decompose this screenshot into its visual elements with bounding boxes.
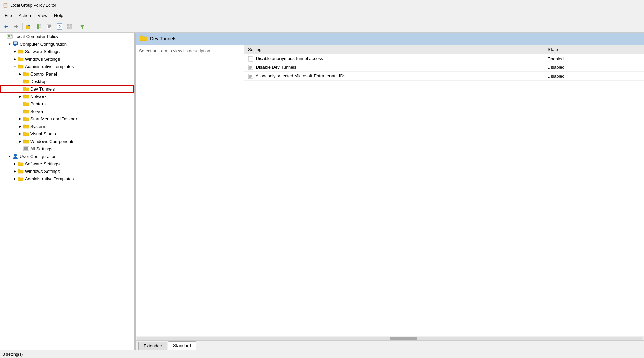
- root-expand[interactable]: [1, 34, 7, 39]
- right-pane-title: Dev Tunnels: [150, 36, 176, 42]
- list-icon-as: [23, 146, 29, 151]
- tree-admin-templates-uc[interactable]: ▶ Administrative Templates: [0, 175, 134, 182]
- tree-software-settings-uc[interactable]: ▶ Software Settings: [0, 160, 134, 167]
- main-layout: Local Computer Policy ▼ Computer Configu…: [0, 33, 644, 350]
- svg-rect-47: [23, 110, 26, 111]
- sys-expand[interactable]: ▶: [18, 124, 23, 129]
- table-row[interactable]: Disable Dev Tunnels Disabled: [244, 63, 644, 72]
- table-row[interactable]: Disable anonymous tunnel access Enabled: [244, 54, 644, 63]
- svg-rect-50: [23, 125, 29, 128]
- svg-rect-53: [23, 132, 26, 133]
- folder-up-button[interactable]: [24, 22, 34, 31]
- setting-name-3: Allow only selected Microsoft Entra tena…: [244, 72, 544, 81]
- right-pane: Dev Tunnels Select an item to view its d…: [136, 33, 644, 350]
- at-uc-expand[interactable]: ▶: [12, 176, 18, 181]
- sm-expand[interactable]: ▶: [18, 116, 23, 121]
- folder-icon-sm: [23, 116, 29, 121]
- tree-windows-components[interactable]: ▶ Windows Components: [0, 137, 134, 145]
- table-row[interactable]: Allow only selected Microsoft Entra tena…: [244, 72, 644, 81]
- tree-network[interactable]: ▶ Network: [0, 93, 134, 100]
- table-header-row: Setting State: [244, 45, 644, 54]
- tab-extended[interactable]: Extended: [138, 342, 167, 350]
- horizontal-scrollbar[interactable]: [136, 336, 644, 340]
- computer-config-expand[interactable]: ▼: [7, 41, 12, 47]
- tree-dev-tunnels[interactable]: Dev Tunnels: [0, 85, 134, 93]
- svg-rect-23: [11, 35, 12, 36]
- svg-rect-51: [23, 125, 26, 126]
- folder-icon-sys: [23, 124, 29, 129]
- ws-cc-expand[interactable]: ▶: [12, 56, 18, 62]
- folder-icon-at-uc: [18, 176, 24, 181]
- tree-all-settings[interactable]: All Settings: [0, 145, 134, 152]
- view-mode-button[interactable]: [65, 22, 74, 31]
- svg-rect-5: [26, 25, 28, 26]
- svg-rect-67: [140, 37, 147, 41]
- svg-rect-62: [18, 162, 20, 163]
- tab-standard[interactable]: Standard: [168, 341, 196, 350]
- cp-label: Control Panel: [30, 71, 57, 77]
- tree-computer-config[interactable]: ▼ Computer Configuration: [0, 40, 134, 48]
- tree-printers[interactable]: Printers: [0, 100, 134, 108]
- uc-label: User Configuration: [20, 154, 56, 159]
- svg-rect-8: [39, 24, 41, 26]
- net-expand[interactable]: ▶: [18, 94, 23, 99]
- at-cc-expand[interactable]: ▼: [12, 64, 18, 69]
- right-content: Select an item to view its description. …: [136, 45, 644, 336]
- export-button[interactable]: [45, 22, 54, 31]
- uc-expand[interactable]: ▼: [7, 153, 12, 159]
- svg-rect-42: [23, 95, 29, 98]
- tree-software-settings-cc[interactable]: ▶ Software Settings: [0, 48, 134, 55]
- forward-button[interactable]: [12, 22, 21, 31]
- ss-cc-expand[interactable]: ▶: [12, 49, 18, 54]
- settings-pane[interactable]: Setting State: [244, 45, 644, 336]
- tree-control-panel[interactable]: ▶ Control Panel: [0, 70, 134, 78]
- column-state[interactable]: State: [544, 45, 644, 54]
- back-button[interactable]: [1, 22, 11, 31]
- scrollbar-track[interactable]: [137, 337, 643, 340]
- tree-admin-templates-cc[interactable]: ▼ Administrative Templates: [0, 63, 134, 70]
- svg-rect-38: [23, 80, 29, 83]
- svg-rect-30: [18, 50, 23, 53]
- tree-windows-settings-cc[interactable]: ▶ Windows Settings: [0, 55, 134, 63]
- tree-desktop[interactable]: Desktop: [0, 78, 134, 85]
- computer-config-icon: [12, 41, 18, 47]
- show-hide-tree-button[interactable]: [34, 22, 44, 31]
- folder-icon-ws-uc: [18, 169, 24, 174]
- tree-pane[interactable]: Local Computer Policy ▼ Computer Configu…: [0, 33, 134, 350]
- menu-view[interactable]: View: [34, 12, 51, 19]
- tree-windows-settings-uc[interactable]: ▶ Windows Settings: [0, 167, 134, 175]
- ss-uc-expand[interactable]: ▶: [12, 161, 18, 166]
- wc-expand[interactable]: ▶: [18, 139, 23, 144]
- menu-file[interactable]: File: [1, 12, 15, 19]
- svg-rect-64: [18, 169, 20, 170]
- ws-uc-expand[interactable]: ▶: [12, 168, 18, 174]
- filter-button[interactable]: [78, 22, 87, 31]
- svg-rect-34: [18, 65, 23, 68]
- svg-rect-17: [70, 24, 72, 26]
- svg-rect-24: [11, 36, 12, 36]
- folder-icon-net: [23, 94, 29, 99]
- svg-rect-7: [37, 24, 39, 29]
- toolbar-sep-2: [76, 23, 76, 30]
- as-label: All Settings: [30, 146, 52, 151]
- tree-system[interactable]: ▶ System: [0, 123, 134, 130]
- tree-user-config[interactable]: ▼ User Configuration: [0, 152, 134, 160]
- vs-expand[interactable]: ▶: [18, 131, 23, 136]
- svg-rect-41: [23, 87, 26, 88]
- cp-expand[interactable]: ▶: [18, 71, 23, 77]
- tree-visual-studio[interactable]: ▶ Visual Studio: [0, 130, 134, 137]
- help-book-button[interactable]: ?: [55, 22, 64, 31]
- tree-root[interactable]: Local Computer Policy: [0, 33, 134, 40]
- tree-server[interactable]: Server: [0, 108, 134, 115]
- svg-rect-4: [26, 26, 30, 29]
- printers-label: Printers: [30, 101, 46, 107]
- tree-start-menu[interactable]: ▶ Start Menu and Taskbar: [0, 115, 134, 123]
- svg-rect-55: [23, 140, 26, 141]
- menu-help[interactable]: Help: [51, 12, 67, 19]
- menu-action[interactable]: Action: [15, 12, 34, 19]
- column-setting[interactable]: Setting: [244, 45, 544, 54]
- setting-icon-3: [248, 74, 253, 79]
- scrollbar-thumb[interactable]: [390, 337, 417, 340]
- tabs-bar: Extended Standard: [136, 340, 644, 350]
- svg-rect-25: [11, 37, 12, 37]
